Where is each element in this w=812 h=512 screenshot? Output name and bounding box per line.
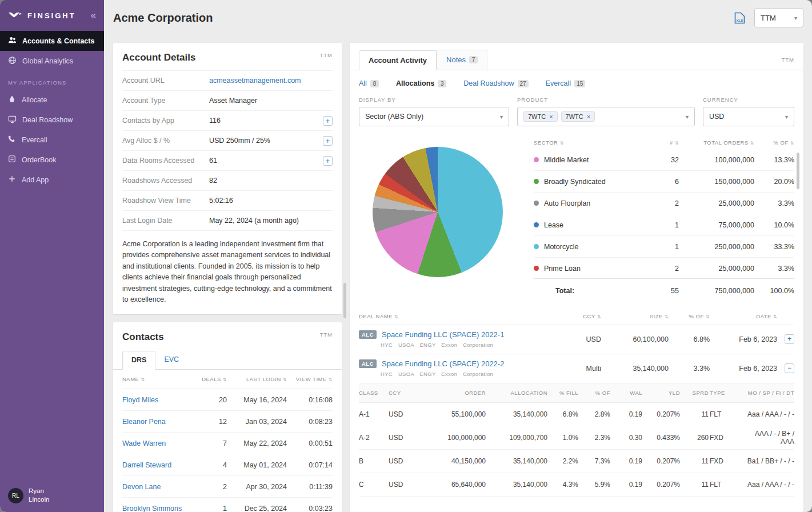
remove-chip-icon[interactable]: × bbox=[587, 113, 590, 120]
sidebar-item-allocate[interactable]: Allocate bbox=[0, 90, 104, 110]
contact-view-time: 0:03:23 bbox=[287, 505, 333, 512]
account-details-card: Account Details TTM Account URL acmeasse… bbox=[113, 43, 342, 314]
column-header-date[interactable]: DATE⇅ bbox=[710, 313, 777, 319]
tab-drs[interactable]: DRS bbox=[122, 351, 155, 370]
contact-name-link[interactable]: Devon Lane bbox=[122, 483, 198, 491]
sidebar-item-global-analytics[interactable]: Global Analytics bbox=[0, 51, 104, 71]
period-label: TTM bbox=[781, 57, 794, 70]
cell-allocation: 109,000,700 bbox=[487, 434, 547, 442]
sort-icon[interactable]: ⇅ bbox=[773, 314, 777, 319]
cell-type: FXD bbox=[710, 457, 741, 465]
expand-metric-icon[interactable]: + bbox=[323, 156, 333, 166]
export-xls-icon[interactable]: XLS bbox=[734, 12, 745, 24]
brand-bar: FINSIGHT « bbox=[0, 0, 104, 31]
filter-all[interactable]: All8 bbox=[359, 79, 379, 87]
sidebar-item-add-app[interactable]: Add App bbox=[0, 170, 104, 190]
deal-size: 35,140,000 bbox=[601, 365, 669, 373]
product-multiselect[interactable]: 7WTC× 7WTC× ▾ bbox=[517, 107, 695, 126]
sort-icon[interactable]: ⇅ bbox=[223, 377, 227, 382]
deal-tags: HYC USOA ENGY Exxon Corporation bbox=[381, 342, 565, 348]
sector-table: SECTOR⇅ #⇅ TOTAL ORDERS⇅ % OF⇅ bbox=[534, 135, 794, 302]
column-header-last-login[interactable]: LAST LOGIN⇅ bbox=[227, 376, 287, 382]
expand-metric-icon[interactable]: + bbox=[323, 136, 333, 146]
column-header-deals[interactable]: DEALS⇅ bbox=[198, 376, 227, 382]
cell-ratings: AAA / - / B+ / AAA bbox=[742, 430, 794, 446]
filter-evercall[interactable]: Evercall15 bbox=[546, 79, 586, 87]
column-header-pct-of[interactable]: % OF⇅ bbox=[754, 139, 794, 146]
sort-icon[interactable]: ⇅ bbox=[329, 377, 333, 382]
collapse-deal-icon[interactable]: − bbox=[785, 363, 794, 373]
contact-name-link[interactable]: Wade Warren bbox=[122, 439, 198, 447]
column-header-size[interactable]: SIZE⇅ bbox=[601, 313, 669, 319]
contact-name-link[interactable]: Eleanor Pena bbox=[122, 418, 198, 426]
contact-name-link[interactable]: Brooklyn Simmons bbox=[122, 505, 198, 512]
filter-allocations[interactable]: Allocations3 bbox=[396, 79, 446, 87]
column-header-pct-of: % OF bbox=[579, 390, 610, 396]
column-header-name[interactable]: NAME⇅ bbox=[122, 376, 198, 382]
deal-app-badge: ALC bbox=[359, 330, 377, 339]
column-header-ccy: CCY bbox=[389, 390, 421, 396]
sort-icon[interactable]: ⇅ bbox=[790, 141, 794, 146]
svg-text:XLS: XLS bbox=[736, 18, 743, 22]
sort-icon[interactable]: ⇅ bbox=[750, 141, 754, 146]
deal-date: Feb 6, 2023 bbox=[710, 365, 777, 373]
column-header-total-orders[interactable]: TOTAL ORDERS⇅ bbox=[679, 139, 754, 146]
sort-icon[interactable]: ⇅ bbox=[559, 141, 563, 146]
cell-type: FXD bbox=[710, 434, 741, 442]
tab-account-activity[interactable]: Account Activity bbox=[359, 50, 437, 70]
column-header-view-time[interactable]: VIEW TIME⇅ bbox=[287, 376, 333, 382]
sort-icon[interactable]: ⇅ bbox=[283, 377, 287, 382]
contact-name-link[interactable]: Darrell Steward bbox=[122, 461, 198, 469]
scrollbar-thumb[interactable] bbox=[343, 283, 346, 318]
deal-app-badge: ALC bbox=[359, 359, 377, 368]
tab-notes[interactable]: Notes7 bbox=[437, 50, 487, 70]
left-column: Account Details TTM Account URL acmeasse… bbox=[113, 43, 342, 512]
sort-icon[interactable]: ⇅ bbox=[597, 314, 601, 319]
column-header-sector[interactable]: SECTOR⇅ bbox=[534, 139, 647, 146]
avatar: RL bbox=[8, 488, 23, 503]
sidebar-item-orderbook[interactable]: OrderBook bbox=[0, 150, 104, 170]
sort-icon[interactable]: ⇅ bbox=[394, 314, 398, 319]
column-header-ccy[interactable]: CCY⇅ bbox=[565, 313, 601, 319]
currency-select[interactable]: USD ▾ bbox=[703, 107, 794, 126]
sort-icon[interactable]: ⇅ bbox=[141, 377, 145, 382]
total-orders: 750,000,000 bbox=[679, 287, 754, 295]
sector-total-orders: 75,000,000 bbox=[679, 221, 754, 229]
column-header-count[interactable]: #⇅ bbox=[647, 139, 679, 146]
filter-deal-roadshow[interactable]: Deal Roadshow27 bbox=[463, 79, 528, 87]
sidebar-item-accounts-contacts[interactable]: Accounts & Contacts bbox=[0, 31, 104, 51]
sector-name-cell: Middle Market bbox=[534, 156, 647, 164]
deal-name-link[interactable]: Space Funding LLC (SPACE) 2022-2 bbox=[382, 359, 504, 368]
sector-table-scroll-area[interactable]: Middle Market 32 100,000,000 13.3% Broad… bbox=[534, 149, 794, 278]
contact-row: Brooklyn Simmons 1 Dec 25, 2024 0:03:23 bbox=[122, 498, 333, 512]
display-by-select[interactable]: Sector (ABS Only) ▾ bbox=[359, 107, 509, 126]
scrollbar-thumb[interactable] bbox=[797, 153, 799, 189]
sort-icon[interactable]: ⇅ bbox=[665, 314, 669, 319]
period-select[interactable]: TTM ▾ bbox=[754, 8, 803, 27]
tab-evc[interactable]: EVC bbox=[155, 351, 187, 369]
sidebar-item-label: OrderBook bbox=[22, 156, 56, 164]
expand-metric-icon[interactable]: + bbox=[323, 116, 333, 126]
user-name: Ryan Lincoln bbox=[29, 487, 49, 504]
sidebar-item-evercall[interactable]: Evercall bbox=[0, 130, 104, 150]
user-profile[interactable]: RL Ryan Lincoln bbox=[0, 479, 104, 512]
activity-tabs: Account Activity Notes7 TTM bbox=[350, 43, 803, 70]
chevron-down-icon: ▾ bbox=[794, 15, 797, 21]
column-header-deal-name[interactable]: DEAL NAME⇅ bbox=[359, 313, 565, 319]
sort-icon[interactable]: ⇅ bbox=[706, 314, 710, 319]
sector-table-header: SECTOR⇅ #⇅ TOTAL ORDERS⇅ % OF⇅ bbox=[534, 135, 794, 149]
deal-name-link[interactable]: Space Funding LLC (SPACE) 2022-1 bbox=[382, 330, 504, 339]
account-url-link[interactable]: acmeassetmanagement.com bbox=[209, 77, 333, 85]
sector-count: 2 bbox=[647, 199, 679, 207]
column-header-ratings: MO / SP / FI / DT bbox=[742, 390, 794, 396]
sort-icon[interactable]: ⇅ bbox=[675, 141, 679, 146]
collapse-sidebar-icon[interactable]: « bbox=[91, 10, 96, 21]
expand-deal-icon[interactable]: + bbox=[785, 334, 794, 344]
column-header-pct-of[interactable]: % OF⇅ bbox=[669, 313, 710, 319]
sidebar-item-deal-roadshow[interactable]: Deal Roadshow bbox=[0, 110, 104, 130]
cell-type: FLT bbox=[710, 410, 741, 418]
sector-count: 32 bbox=[647, 156, 679, 164]
sector-pie-chart[interactable] bbox=[373, 147, 503, 277]
remove-chip-icon[interactable]: × bbox=[549, 113, 553, 120]
contact-name-link[interactable]: Floyd Miles bbox=[122, 396, 198, 404]
